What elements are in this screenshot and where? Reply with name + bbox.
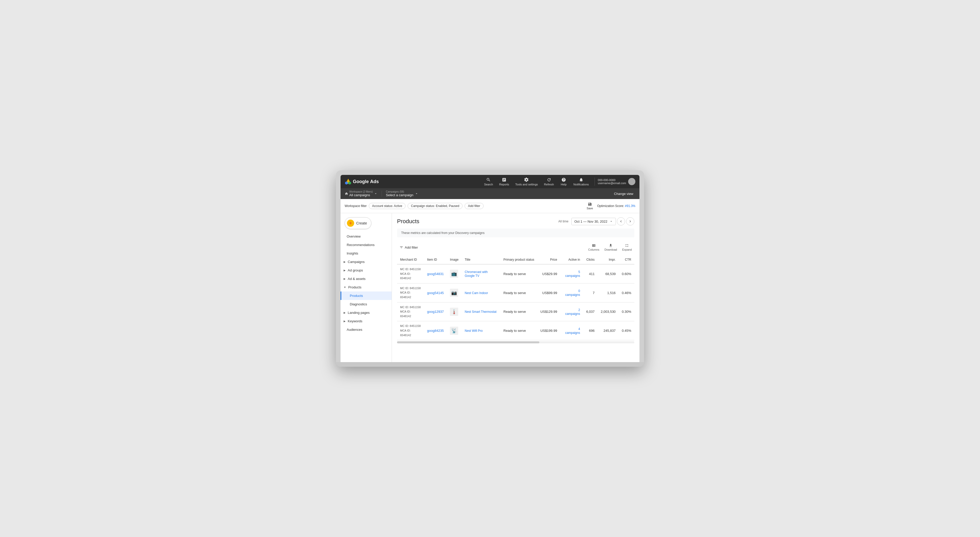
tools-nav-item[interactable]: Tools and settings xyxy=(512,176,540,187)
active-in-link[interactable]: 4 campaigns xyxy=(565,327,580,335)
item-id-link[interactable]: goog84235 xyxy=(427,329,444,332)
product-title-link[interactable]: Nest Smart Thermostat xyxy=(465,310,496,314)
impr-cell: 245,837 xyxy=(598,321,619,340)
clicks-cell: 6,037 xyxy=(583,302,598,321)
item-id-link[interactable]: goog54145 xyxy=(427,291,444,295)
product-title-link[interactable]: Chromecast with Google TV xyxy=(465,270,487,278)
search-nav-item[interactable]: Search xyxy=(482,176,496,187)
campaign-selector[interactable]: Campaigns (58) Select a campaign xyxy=(386,190,418,197)
title-cell: Nest Smart Thermostat xyxy=(461,302,500,321)
item-id-cell: goog12937 xyxy=(424,302,447,321)
sidebar-item-keywords[interactable]: ▶ Keywords xyxy=(340,317,391,326)
product-title-link[interactable]: Nest Cam Indoor xyxy=(465,291,488,295)
audiences-label: Audiences xyxy=(347,328,362,332)
refresh-icon xyxy=(547,178,551,182)
col-ctr: CTR xyxy=(619,255,634,264)
active-in-link[interactable]: 2 campaigns xyxy=(565,308,580,316)
status-cell: Ready to serve xyxy=(500,283,537,302)
adgroups-label: Ad groups xyxy=(348,268,363,272)
clicks-cell: 696 xyxy=(583,321,598,340)
sidebar-item-diagnostics[interactable]: Diagnostics xyxy=(340,300,391,308)
sidebar-item-insights[interactable]: Insights xyxy=(340,249,391,257)
item-id-link[interactable]: goog54831 xyxy=(427,272,444,276)
product-title-link[interactable]: Nest Wifi Pro xyxy=(465,329,482,332)
sidebar-item-landing-pages[interactable]: ▶ Landing pages xyxy=(340,308,391,317)
active-in-link[interactable]: 0 campaigns xyxy=(565,289,580,297)
date-range-label: All time xyxy=(558,219,568,223)
save-label: Save xyxy=(587,207,593,210)
table-row: MC ID: 8451158 MCA ID: 6548142 goog84235… xyxy=(397,321,634,340)
sidebar-item-campaigns[interactable]: ▶ Campaigns xyxy=(340,257,391,266)
landing-chevron-icon: ▶ xyxy=(344,311,346,314)
logo-ads: Ads xyxy=(370,179,379,184)
sidebar-item-products[interactable]: Products xyxy=(340,291,391,300)
campaign-name: Select a campaign xyxy=(386,193,414,197)
sidebar-item-audiences[interactable]: Audiences xyxy=(340,326,391,334)
change-view-button[interactable]: Change view xyxy=(612,191,635,197)
expand-button[interactable]: Expand xyxy=(620,242,634,252)
download-icon xyxy=(609,243,613,248)
table-row: MC ID: 8451158 MCA ID: 6548142 goog54831… xyxy=(397,264,634,283)
horizontal-scrollbar[interactable] xyxy=(397,341,634,343)
create-button-wrapper: Create xyxy=(340,216,391,232)
adassets-chevron-icon: ▶ xyxy=(344,277,346,280)
help-nav-item[interactable]: Help xyxy=(558,176,570,187)
page-header: Products All time Oct 1 — Nov 30, 2022 xyxy=(397,217,634,226)
sidebar: Create Overview Recommendations Insights… xyxy=(340,213,392,362)
sidebar-item-products-parent[interactable]: ▼ Products xyxy=(340,283,391,291)
sidebar-item-recommendations[interactable]: Recommendations xyxy=(340,241,391,249)
merchant-id-cell: MC ID: 8451158 MCA ID: 6548142 xyxy=(397,321,424,340)
refresh-nav-item[interactable]: Refresh xyxy=(541,176,557,187)
campaign-status-filter[interactable]: Campaign status: Enabled, Paused xyxy=(407,203,463,209)
account-info[interactable]: 000-000-0000 username@email.com xyxy=(598,178,635,185)
col-clicks: Clicks xyxy=(583,255,598,264)
reports-nav-item[interactable]: Reports xyxy=(497,176,512,187)
sidebar-item-adgroups[interactable]: ▶ Ad groups xyxy=(340,266,391,275)
insights-label: Insights xyxy=(347,251,358,255)
ctr-cell: 0.60% xyxy=(619,264,634,283)
search-label: Search xyxy=(484,183,493,186)
columns-button[interactable]: Columns xyxy=(585,242,602,252)
col-price: Price xyxy=(537,255,560,264)
search-icon xyxy=(486,178,491,182)
prev-date-button[interactable] xyxy=(617,217,625,226)
account-status-filter[interactable]: Account status: Active xyxy=(369,203,406,209)
col-item-id: Item ID xyxy=(424,255,447,264)
google-ads-logo: Google Ads xyxy=(345,178,379,185)
add-filter-button[interactable]: Add filter xyxy=(397,244,420,251)
create-button[interactable]: Create xyxy=(345,217,371,229)
create-plus-icon xyxy=(347,219,354,227)
date-picker[interactable]: Oct 1 — Nov 30, 2022 xyxy=(571,218,616,225)
product-thumbnail: 📷 xyxy=(450,289,458,297)
add-filter-button[interactable]: Add filter xyxy=(465,203,483,209)
next-date-button[interactable] xyxy=(626,217,634,226)
save-button[interactable]: Save xyxy=(584,201,595,211)
col-merchant-id: Merchant ID xyxy=(397,255,424,264)
download-button[interactable]: Download xyxy=(602,242,620,252)
sidebar-item-overview[interactable]: Overview xyxy=(340,232,391,241)
impr-cell: 68,539 xyxy=(598,264,619,283)
active-in-link[interactable]: 5 campaigns xyxy=(565,270,580,278)
table-header-row: Merchant ID Item ID Image Title Primary … xyxy=(397,255,634,264)
workspace-filter-label: Workspace filter xyxy=(345,204,367,208)
account-number: 000-000-0000 xyxy=(598,178,626,181)
opt-score-label: Optimization Score: xyxy=(597,204,624,208)
active-in-cell: 2 campaigns xyxy=(560,302,583,321)
columns-icon xyxy=(592,243,596,248)
opt-score-value[interactable]: #91.3% xyxy=(625,204,635,208)
optimization-score: Optimization Score: #91.3% xyxy=(597,204,635,208)
screen: Google Ads Search Reports Tools and sett… xyxy=(340,175,640,362)
notifications-nav-item[interactable]: Notifications xyxy=(571,176,592,187)
calendar-chevron-icon xyxy=(609,219,613,223)
sidebar-item-adassets[interactable]: ▶ Ad & assets xyxy=(340,275,391,283)
page-title: Products xyxy=(397,218,558,225)
chevron-left-icon xyxy=(619,219,623,223)
date-range-value: Oct 1 — Nov 30, 2022 xyxy=(574,219,607,223)
adgroups-chevron-icon: ▶ xyxy=(344,269,346,272)
item-id-link[interactable]: goog12937 xyxy=(427,310,444,314)
product-thumbnail: 📺 xyxy=(450,270,458,278)
workspace-selector[interactable]: Workspace (2 filters) All campaigns xyxy=(345,190,377,197)
table-body: MC ID: 8451158 MCA ID: 6548142 goog54831… xyxy=(397,264,634,340)
image-cell: 📡 xyxy=(447,321,461,340)
title-cell: Chromecast with Google TV xyxy=(461,264,500,283)
